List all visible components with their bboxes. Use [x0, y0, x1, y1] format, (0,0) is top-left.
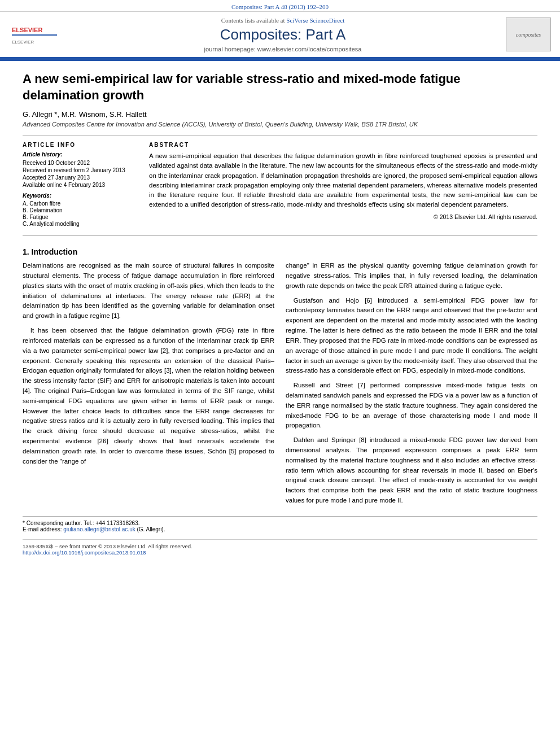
footnote-section: * Corresponding author. Tel.: +44 117331…	[23, 516, 537, 532]
elsevier-logo: ELSEVIER ELSEVIER	[9, 16, 60, 53]
contents-text: Contents lists available at	[221, 17, 285, 24]
article-info-col: ARTICLE INFO Article history: Received 1…	[23, 142, 135, 228]
body-para-2: It has been observed that the fatigue de…	[23, 326, 274, 466]
email-label: E-mail address:	[23, 526, 62, 532]
article-info-abstract-row: ARTICLE INFO Article history: Received 1…	[23, 142, 537, 228]
article-title: A new semi-empirical law for variable st…	[23, 71, 537, 103]
body-para-4: Gustafson and Hojo [6] introduced a semi…	[286, 296, 537, 377]
available-date: Available online 4 February 2013	[23, 182, 135, 188]
keyword-1: A. Carbon fibre	[23, 200, 135, 207]
body-col-right: change" in ERR as the physical quantity …	[286, 261, 537, 510]
journal-reference: Composites: Part A 48 (2013) 192–200	[231, 3, 329, 10]
affiliation: Advanced Composites Centre for Innovatio…	[23, 121, 537, 128]
abstract-heading: ABSTRACT	[149, 142, 537, 148]
body-para-5: Russell and Street [7] performed compres…	[286, 381, 537, 431]
email-line: E-mail address: giuliano.allegri@bristol…	[23, 526, 537, 532]
received-date: Received 10 October 2012	[23, 160, 135, 166]
keyword-2: B. Delamination	[23, 207, 135, 213]
body-col-left: Delaminations are recognised as the main…	[23, 261, 274, 510]
email-name: (G. Allegri).	[137, 526, 165, 532]
abstract-text: A new semi-empirical equation that descr…	[149, 151, 537, 210]
body-para-1: Delaminations are recognised as the main…	[23, 261, 274, 321]
issn-line: 1359-835X/$ – see front matter © 2013 El…	[23, 543, 537, 549]
corresponding-author: * Corresponding author. Tel.: +44 117331…	[23, 520, 537, 526]
divider-2	[23, 235, 537, 236]
header-center: Contents lists available at SciVerse Sci…	[65, 17, 500, 53]
accepted-date: Accepted 27 January 2013	[23, 174, 135, 181]
revised-date: Received in revised form 2 January 2013	[23, 167, 135, 173]
body-para-3: change" in ERR as the physical quantity …	[286, 261, 537, 291]
svg-text:ELSEVIER: ELSEVIER	[12, 40, 34, 45]
svg-rect-0	[9, 16, 60, 50]
journal-homepage: journal homepage: www.elsevier.com/locat…	[65, 46, 500, 53]
authors: G. Allegri *, M.R. Wisnom, S.R. Hallett	[23, 110, 537, 119]
abstract-col: ABSTRACT A new semi-empirical equation t…	[149, 142, 537, 228]
article-info-heading: ARTICLE INFO	[23, 142, 135, 148]
body-para-6: Dahlen and Springer [8] introduced a mix…	[286, 435, 537, 506]
copyright-line: © 2013 Elsevier Ltd. All rights reserved…	[149, 213, 537, 220]
composites-logo: composites	[506, 18, 551, 51]
email-link[interactable]: giuliano.allegri@bristol.ac.uk	[63, 526, 135, 532]
journal-reference-bar: Composites: Part A 48 (2013) 192–200	[0, 0, 560, 12]
intro-heading: 1. Introduction	[23, 247, 537, 256]
journal-title-header: Composites: Part A	[65, 26, 500, 43]
body-two-col: Delaminations are recognised as the main…	[23, 261, 537, 510]
doi-line: http://dx.doi.org/10.1016/j.compositesa.…	[23, 549, 537, 556]
journal-header: ELSEVIER ELSEVIER Contents lists availab…	[0, 12, 560, 58]
divider-1	[23, 136, 537, 136]
keyword-4: C. Analytical modelling	[23, 221, 135, 227]
sciverse-link[interactable]: SciVerse ScienceDirect	[286, 17, 344, 24]
contents-line: Contents lists available at SciVerse Sci…	[65, 17, 500, 24]
main-content: A new semi-empirical law for variable st…	[0, 61, 560, 567]
svg-rect-2	[12, 34, 57, 36]
svg-text:ELSEVIER: ELSEVIER	[12, 27, 42, 33]
article-history-label: Article history:	[23, 151, 135, 158]
body-section: 1. Introduction Delaminations are recogn…	[23, 247, 537, 510]
keyword-3: B. Fatigue	[23, 214, 135, 220]
footer-bar: 1359-835X/$ – see front matter © 2013 El…	[23, 539, 537, 556]
keywords-label: Keywords:	[23, 193, 135, 199]
